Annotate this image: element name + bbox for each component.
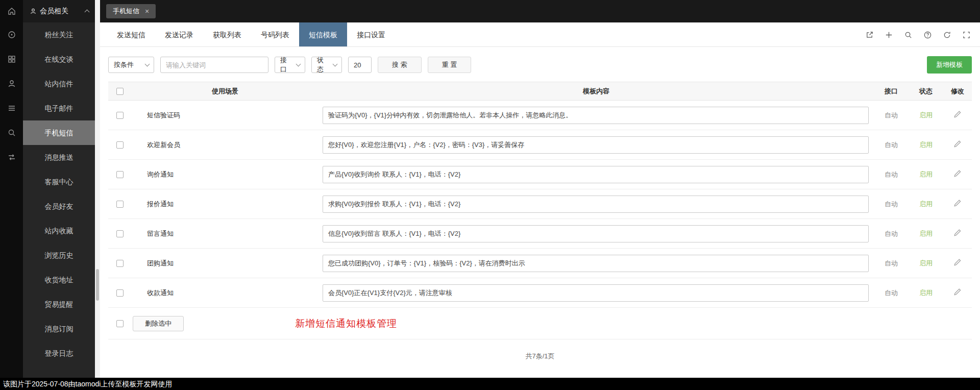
search-button[interactable]: 搜 索 [378, 57, 422, 73]
sidebar-group-member[interactable]: 会员相关 [23, 0, 95, 22]
table-header-row: 使用场景 模板内容 接口 状态 修改 [108, 82, 972, 101]
template-table: 使用场景 模板内容 接口 状态 修改 短信验证码 验证码为{V0}，{V1}分钟… [108, 82, 972, 339]
row-checkbox[interactable] [116, 260, 124, 267]
edit-pencil-icon[interactable] [953, 139, 962, 149]
nav-tab[interactable]: 发送短信 [107, 22, 155, 46]
sidebar-item[interactable]: 浏览历史 [23, 243, 95, 267]
edit-pencil-icon[interactable] [953, 287, 962, 297]
row-checkbox[interactable] [116, 230, 124, 237]
delete-selected-button[interactable]: 删除选中 [133, 316, 184, 331]
scrollbar-thumb[interactable] [96, 269, 99, 301]
refresh-icon[interactable] [943, 31, 951, 39]
sidebar-item-label: 客服中心 [45, 178, 74, 186]
pagination-summary: 共7条/1页 [100, 339, 980, 361]
status-value: 启用 [909, 170, 943, 179]
sidebar-scrollbar[interactable] [95, 0, 100, 390]
sidebar: 会员相关 粉丝关注 在线交谈 站内信件 电子邮件 手机短信 [23, 0, 95, 390]
chevron-down-icon [145, 62, 150, 67]
sidebar-item[interactable]: 消息订阅 [23, 316, 95, 341]
template-content-input[interactable]: 求购{V0}收到报价 联系人：{V1}，电话：{V2} [323, 196, 869, 213]
condition-select[interactable]: 按条件 [108, 57, 154, 73]
nav-tab[interactable]: 发送记录 [155, 22, 203, 46]
template-content-input[interactable]: 验证码为{V0}，{V1}分钟内有效，切勿泄露给他人。若非本人操作，请忽略此消息… [323, 107, 869, 124]
template-content-input[interactable]: 产品{V0}收到询价 联系人：{V1}，电话：{V2} [323, 166, 869, 183]
keyword-input[interactable] [160, 57, 268, 73]
edit-pencil-icon[interactable] [953, 169, 962, 178]
edit-pencil-icon[interactable] [953, 258, 962, 267]
add-template-button[interactable]: 新增模板 [927, 56, 972, 74]
sidebar-item[interactable]: 客服中心 [23, 169, 95, 194]
row-checkbox[interactable] [116, 141, 124, 149]
interface-value: 自动 [874, 111, 909, 120]
nav-tab-label: 获取列表 [213, 31, 241, 39]
chevron-down-icon [333, 62, 338, 67]
search-icon[interactable] [0, 120, 23, 145]
nav-tab-label: 号码列表 [261, 31, 289, 39]
status-select[interactable]: 状态 [311, 57, 342, 73]
app-root: 会员相关 粉丝关注 在线交谈 站内信件 电子邮件 手机短信 [0, 0, 980, 390]
sidebar-item-label: 站内收藏 [45, 227, 74, 235]
table-row: 欢迎新会员 您好{V0}，欢迎您注册{V1}，户名：{V2}，密码：{V3}，请… [108, 130, 972, 160]
main-area: 手机短信 × 发送短信 发送记录 获取列表 号码列表 [100, 0, 980, 390]
user-icon[interactable] [0, 71, 23, 96]
template-content-input[interactable]: 信息{V0}收到留言 联系人：{V1}，电话：{V2} [323, 225, 869, 242]
scene-label: 询价通知 [132, 170, 318, 179]
template-content-input[interactable]: 会员{V0}正在{V1}支付{V2}元，请注意审核 [323, 284, 869, 302]
sidebar-item[interactable]: 登录日志 [23, 341, 95, 365]
chevron-down-icon [296, 62, 301, 67]
template-content-input[interactable]: 您已成功团购{V0}，订单号：{V1}，核验码：{V2}，请在消费时出示 [323, 255, 869, 272]
scene-label: 团购通知 [132, 259, 318, 268]
sidebar-item[interactable]: 手机短信 [23, 120, 95, 145]
sidebar-item-label: 站内信件 [45, 80, 74, 88]
nav-tab-label: 接口设置 [357, 31, 385, 39]
help-icon[interactable] [923, 31, 932, 39]
sidebar-item[interactable]: 会员好友 [23, 194, 95, 218]
row-checkbox[interactable] [116, 289, 124, 297]
nav-tab-label: 发送短信 [117, 31, 145, 39]
row-checkbox[interactable] [116, 112, 124, 119]
close-icon[interactable]: × [145, 7, 149, 15]
nav-tab-label: 发送记录 [165, 31, 193, 39]
edit-pencil-icon[interactable] [953, 199, 962, 208]
row-checkbox[interactable] [116, 201, 124, 208]
plus-icon[interactable] [885, 31, 893, 39]
sidebar-item[interactable]: 贸易提醒 [23, 292, 95, 316]
page-size-input[interactable] [348, 57, 372, 73]
interface-select[interactable]: 接口 [275, 57, 305, 73]
nav-tab[interactable]: 获取列表 [203, 22, 251, 46]
search-icon[interactable] [904, 31, 913, 39]
export-icon[interactable] [865, 31, 874, 39]
sidebar-item[interactable]: 收货地址 [23, 267, 95, 292]
interface-value: 自动 [874, 170, 909, 179]
interface-value: 自动 [874, 140, 909, 150]
home-icon[interactable] [0, 0, 23, 22]
grid-icon[interactable] [0, 47, 23, 71]
table-row: 收款通知 会员{V0}正在{V1}支付{V2}元，请注意审核 自动 启用 [108, 278, 972, 308]
row-checkbox[interactable] [116, 171, 124, 178]
select-all-checkbox[interactable] [116, 88, 124, 95]
fullscreen-icon[interactable] [962, 31, 971, 39]
template-content-input[interactable]: 您好{V0}，欢迎您注册{V1}，户名：{V2}，密码：{V3}，请妥善保存 [323, 136, 869, 154]
menu-icon[interactable] [0, 96, 23, 120]
sidebar-item-label: 电子邮件 [45, 104, 74, 112]
sidebar-item[interactable]: 站内信件 [23, 71, 95, 96]
sidebar-item[interactable]: 站内收藏 [23, 218, 95, 243]
sidebar-item[interactable]: 粉丝关注 [23, 22, 95, 47]
edit-pencil-icon[interactable] [953, 228, 962, 237]
nav-tab[interactable]: 短信模板 [299, 22, 347, 46]
sidebar-item[interactable]: 在线交谈 [23, 47, 95, 71]
target-icon[interactable] [0, 22, 23, 47]
swap-icon[interactable] [0, 145, 23, 169]
nav-tab[interactable]: 接口设置 [347, 22, 395, 46]
status-value: 启用 [909, 140, 943, 150]
footer-checkbox[interactable] [116, 320, 124, 327]
sidebar-item-label: 手机短信 [45, 129, 74, 137]
sidebar-item[interactable]: 消息推送 [23, 145, 95, 169]
window-tab-sms[interactable]: 手机短信 × [106, 4, 156, 18]
sidebar-item[interactable]: 电子邮件 [23, 96, 95, 120]
reset-button[interactable]: 重 置 [428, 57, 472, 73]
edit-pencil-icon[interactable] [953, 110, 962, 119]
status-value: 启用 [909, 111, 943, 120]
filter-row: 按条件 接口 状态 搜 索 重 置 新增模板 [100, 47, 980, 81]
nav-tab[interactable]: 号码列表 [251, 22, 299, 46]
